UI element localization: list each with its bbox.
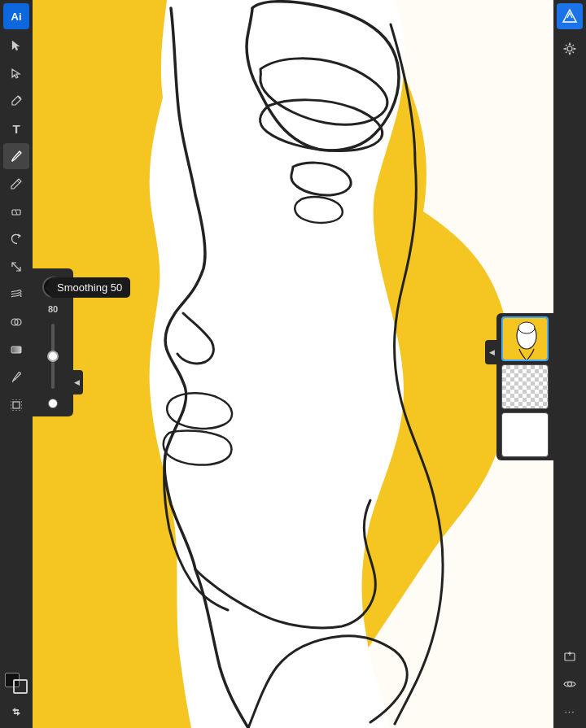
stroke-swatch[interactable] xyxy=(13,679,28,694)
brush-panel: 80 xyxy=(33,268,73,416)
svg-point-11 xyxy=(518,322,535,333)
more-icon: ··· xyxy=(564,706,575,717)
drawing-canvas xyxy=(33,0,553,728)
shape-builder-btn[interactable] xyxy=(3,309,29,335)
slider-thumb[interactable] xyxy=(47,351,59,362)
selection-tool-btn[interactable] xyxy=(3,33,29,59)
canvas-area[interactable] xyxy=(33,0,553,728)
collapse-icon: ◀ xyxy=(74,378,80,386)
artboard-icon xyxy=(10,399,23,412)
brush-size-slider[interactable] xyxy=(51,324,55,389)
app-icon-right xyxy=(557,3,583,29)
settings-icon xyxy=(563,42,576,55)
eyedropper-icon xyxy=(10,371,23,384)
add-layer-icon xyxy=(563,650,576,663)
brush-tool-btn[interactable] xyxy=(3,143,29,169)
pen-icon xyxy=(10,94,23,107)
right-toolbar: ··· xyxy=(553,0,586,728)
brush-preview-dot xyxy=(48,399,58,408)
gradient-icon xyxy=(10,343,23,356)
layers-panel xyxy=(496,313,553,460)
layer-3-thumb[interactable] xyxy=(501,412,549,457)
type-tool-btn[interactable]: T xyxy=(3,116,29,142)
brush-icon xyxy=(10,150,23,163)
app-logo: Ai xyxy=(3,3,29,29)
eraser-tool-btn[interactable] xyxy=(3,198,29,225)
pencil-tool-btn[interactable] xyxy=(3,171,29,197)
pen-tool-btn[interactable] xyxy=(3,88,29,114)
brush-size-number: 80 xyxy=(48,304,58,314)
scale-tool-btn[interactable] xyxy=(3,254,29,280)
fill-stroke-swatches xyxy=(3,671,29,695)
warp-tool-btn[interactable] xyxy=(3,281,29,307)
settings-btn[interactable] xyxy=(557,36,583,62)
swap-icon xyxy=(11,706,22,717)
pencil-icon xyxy=(10,177,23,190)
svg-rect-5 xyxy=(11,347,21,353)
layer-1-preview xyxy=(503,318,549,361)
selection-icon xyxy=(10,39,23,52)
more-options-btn[interactable]: ··· xyxy=(557,699,583,725)
layer-2-thumb[interactable] xyxy=(501,364,549,409)
eye-icon xyxy=(563,678,576,691)
direct-selection-icon xyxy=(10,67,23,80)
svg-rect-6 xyxy=(13,402,20,408)
layers-expand-arrow[interactable]: ◀ xyxy=(485,340,498,364)
add-layer-btn[interactable] xyxy=(557,643,583,669)
expand-icon: ◀ xyxy=(489,348,495,356)
ai-logo-icon xyxy=(562,8,578,24)
svg-point-1 xyxy=(19,97,21,99)
visibility-btn[interactable] xyxy=(557,671,583,697)
eraser-icon xyxy=(10,205,23,218)
rotate-tool-btn[interactable] xyxy=(3,226,29,252)
swap-colors-btn[interactable] xyxy=(3,699,29,725)
left-toolbar: Ai T xyxy=(0,0,33,728)
artboard-btn[interactable] xyxy=(3,392,29,418)
warp-icon xyxy=(10,288,23,301)
layer-1-thumb[interactable] xyxy=(501,316,549,361)
rotate-icon xyxy=(10,233,23,246)
type-icon: T xyxy=(12,122,20,136)
gradient-tool-btn[interactable] xyxy=(3,337,29,363)
direct-selection-btn[interactable] xyxy=(3,60,29,86)
scale-icon xyxy=(10,260,23,273)
shape-builder-icon xyxy=(10,316,23,329)
svg-point-8 xyxy=(568,682,572,687)
brush-opacity-indicator xyxy=(42,277,63,298)
eyedropper-btn[interactable] xyxy=(3,364,29,390)
panel-collapse-arrow[interactable]: ◀ xyxy=(70,370,83,395)
